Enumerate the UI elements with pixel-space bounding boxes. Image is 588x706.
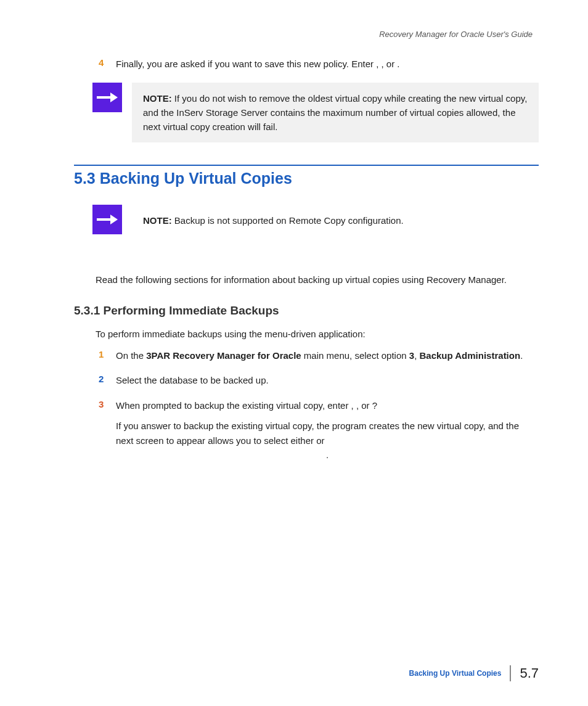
step-4-text: Finally, you are asked if you want to sa… (116, 57, 539, 72)
step-2-text: Select the database to be backed up. (116, 374, 539, 388)
text: , or (382, 59, 398, 69)
svg-rect-0 (97, 96, 110, 99)
text: On the (116, 350, 146, 361)
section-rule (74, 165, 539, 166)
note-text: Backup is not supported on Remote Copy c… (172, 215, 404, 226)
note-block-2: NOTE: Backup is not supported on Remote … (92, 205, 539, 250)
note-arrow-icon (92, 205, 122, 234)
text: , (376, 59, 381, 69)
footer-section-title: Backing Up Virtual Copies (409, 669, 502, 678)
step-1-text: On the 3PAR Recovery Manager for Oracle … (116, 349, 539, 363)
svg-marker-3 (110, 215, 118, 224)
section-title: Backing Up Virtual Copies (100, 170, 292, 187)
subsection-heading: 5.3.1 Performing Immediate Backups (74, 304, 539, 318)
note-1-content: NOTE: If you do not wish to remove the o… (132, 83, 539, 143)
step-3-text: When prompted to backup the existing vir… (116, 399, 539, 462)
step-4: 4 Finally, you are asked if you want to … (99, 57, 539, 72)
footer-divider (510, 665, 511, 681)
text: ? (372, 400, 377, 411)
text: , or (356, 400, 372, 411)
step-3: 3 When prompted to backup the existing v… (99, 399, 539, 462)
step-1: 1 On the 3PAR Recovery Manager for Oracl… (99, 349, 539, 363)
text: . (520, 350, 523, 361)
text-bold: 3 (409, 350, 414, 361)
note-label: NOTE: (143, 93, 172, 104)
text-bold: Backup Administration (419, 350, 520, 361)
footer-page-number: 5.7 (520, 665, 539, 681)
text: Finally, you are asked if you want to sa… (116, 59, 376, 69)
note-text: If you do not wish to remove the oldest … (143, 93, 527, 133)
note-label: NOTE: (143, 215, 172, 226)
text: , (351, 400, 356, 411)
step-number-2: 2 (99, 374, 110, 384)
section-number: 5.3 (74, 170, 96, 187)
page-footer: Backing Up Virtual Copies 5.7 (409, 665, 539, 681)
text: If you answer (116, 421, 173, 431)
section-intro: Read the following sections for informat… (96, 273, 539, 287)
running-header: Recovery Manager for Oracle User's Guide (74, 30, 539, 39)
step-number-1: 1 (99, 349, 110, 359)
text: . (326, 449, 329, 460)
note-block-1: NOTE: If you do not wish to remove the o… (92, 83, 539, 143)
svg-rect-2 (97, 218, 110, 221)
svg-marker-1 (110, 92, 118, 102)
step-2: 2 Select the database to be backed up. (99, 374, 539, 388)
step-number-3: 3 (99, 399, 110, 409)
text: or (316, 435, 324, 446)
step-3-followup: If you answer to backup the existing vir… (116, 419, 539, 462)
note-2-content: NOTE: Backup is not supported on Remote … (132, 205, 539, 250)
text-bold: 3PAR Recovery Manager for Oracle (146, 350, 301, 361)
section-heading: 5.3 Backing Up Virtual Copies (74, 170, 539, 187)
step-number-4: 4 (99, 57, 110, 68)
text: When prompted to backup the existing vir… (116, 400, 351, 411)
text: main menu, select option (301, 350, 409, 361)
note-arrow-icon (92, 83, 122, 112)
subsection-intro: To perform immediate backups using the m… (96, 329, 539, 339)
text: . (397, 59, 399, 69)
